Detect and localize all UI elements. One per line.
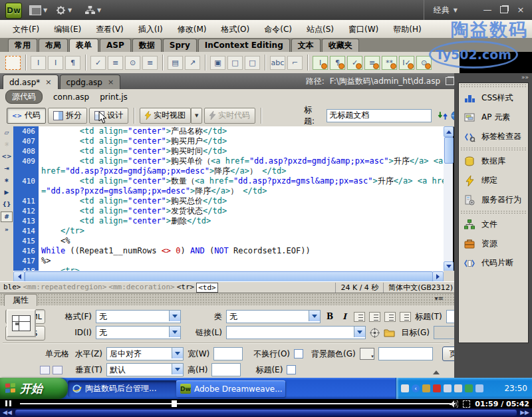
panel-ap-elements[interactable]: AP 元素 xyxy=(459,108,528,127)
insert-tab-收藏夹[interactable]: 收藏夹 xyxy=(322,39,359,52)
hide-icons-button[interactable]: ‹ xyxy=(412,384,420,392)
seek-bar[interactable] xyxy=(15,409,517,416)
file-management-icon[interactable] xyxy=(438,110,448,121)
bold-button[interactable]: B xyxy=(325,312,335,321)
rewind-icon[interactable]: ◀◀ xyxy=(0,408,15,417)
collapse-dock-button[interactable]: »» xyxy=(454,73,532,82)
close-tab-icon[interactable]: × xyxy=(45,78,51,86)
spry-password-icon[interactable]: ** xyxy=(382,56,397,70)
spry-select-icon[interactable]: ≡ xyxy=(364,56,380,70)
minimize-button[interactable]: — xyxy=(483,5,492,14)
design-button[interactable]: 设计 xyxy=(89,108,128,124)
keyboard-icon[interactable] xyxy=(401,384,409,392)
menu-帮助(H)[interactable]: 帮助(H) xyxy=(386,21,428,38)
split-cell-icon[interactable] xyxy=(53,366,63,374)
text-field-icon[interactable]: I xyxy=(31,56,46,70)
panel-databases[interactable]: 数据库 xyxy=(459,152,528,171)
insert-tab-Spry[interactable]: Spry xyxy=(163,39,197,52)
spry-text-field-icon[interactable]: I xyxy=(313,56,328,70)
vertical-scrollbar-thumb[interactable] xyxy=(444,137,454,164)
spry-checkbox-icon[interactable]: ✓ xyxy=(347,56,362,70)
header-checkbox[interactable] xyxy=(287,365,296,374)
vertical-align-select[interactable]: 默认 xyxy=(106,363,184,376)
media-player-icon[interactable] xyxy=(465,384,473,392)
site-button[interactable]: ▼ xyxy=(85,4,101,16)
live-view-button[interactable]: 实时视图 xyxy=(140,108,191,124)
ordered-list-icon[interactable] xyxy=(369,312,380,322)
folder-icon[interactable] xyxy=(384,328,395,337)
merge-cells-icon[interactable] xyxy=(40,366,50,374)
extend-button[interactable]: ▼ xyxy=(56,4,72,16)
file-field-icon[interactable]: □ xyxy=(227,56,243,70)
layout-switcher-button[interactable]: ▼ xyxy=(29,4,47,16)
bg-color-input[interactable] xyxy=(378,347,433,360)
menu-格式(O)[interactable]: 格式(O) xyxy=(213,21,257,38)
panel-snippets[interactable]: 代码片断 xyxy=(459,253,528,273)
related-file-源代码[interactable]: 源代码 xyxy=(5,90,43,104)
code-editor[interactable]: <td align="center">产品名称</td> <td align="… xyxy=(41,126,444,271)
menu-查看(V)[interactable]: 查看(V) xyxy=(88,21,131,38)
radio-button-icon[interactable]: ⊙ xyxy=(125,56,140,70)
list-menu-icon[interactable]: ▤ xyxy=(168,56,183,70)
forward-icon[interactable]: ▶▶ xyxy=(517,408,532,417)
line-numbers-icon[interactable]: # xyxy=(1,211,13,222)
nowrap-checkbox[interactable] xyxy=(294,349,303,358)
expand-all-icon[interactable]: ∗ xyxy=(1,176,12,185)
point-to-file-icon[interactable] xyxy=(370,328,380,338)
image-field-icon[interactable]: ▣ xyxy=(210,56,225,70)
document-title-input[interactable] xyxy=(327,109,432,122)
panel-menu-icon[interactable]: ▾≡ xyxy=(435,295,444,302)
panel-group-gripper[interactable] xyxy=(460,147,527,151)
menu-修改(M)[interactable]: 修改(M) xyxy=(170,21,214,38)
tag-selector-item[interactable]: <td> xyxy=(196,283,218,293)
menu-命令(C)[interactable]: 命令(C) xyxy=(257,21,299,38)
panel-tag-inspector[interactable]: 标签检查器 xyxy=(459,127,528,146)
collapse-panel-icon[interactable] xyxy=(433,367,440,374)
insert-tab-文本[interactable]: 文本 xyxy=(291,39,321,52)
select-parent-tag-icon[interactable]: ▶ xyxy=(1,188,12,197)
pause-button[interactable] xyxy=(5,400,11,406)
spry-confirm-icon[interactable]: I✓ xyxy=(399,56,414,70)
width-input[interactable] xyxy=(213,347,243,360)
hidden-field-icon[interactable]: I xyxy=(48,56,63,70)
key-icon[interactable] xyxy=(422,384,430,392)
taskbar-task-2[interactable]: DwAdobe Dreamweave... xyxy=(176,380,285,397)
workspace-switcher[interactable]: 经典 ▼ xyxy=(424,0,458,20)
properties-tab[interactable]: 属性 xyxy=(4,294,37,306)
live-view-dropdown[interactable]: ▼ xyxy=(191,108,202,124)
height-input[interactable] xyxy=(211,363,241,376)
unordered-list-icon[interactable] xyxy=(354,312,365,322)
related-file-print.js[interactable]: print.js xyxy=(100,92,128,102)
panel-files[interactable]: 文件 xyxy=(459,215,528,234)
insert-tab-InContext Editing[interactable]: InContext Editing xyxy=(198,39,290,52)
indent-icon[interactable] xyxy=(400,312,411,322)
class-select[interactable]: 无 xyxy=(226,310,321,323)
window-icon[interactable] xyxy=(475,384,483,392)
insert-tab-布局[interactable]: 布局 xyxy=(39,39,68,52)
textarea-icon[interactable]: ¶ xyxy=(65,56,80,70)
insert-tab-数据[interactable]: 数据 xyxy=(132,39,162,52)
spry-radio-group-icon[interactable]: ⊙ xyxy=(416,56,432,70)
code-button[interactable]: <>代码 xyxy=(7,108,46,124)
tag-selector-item[interactable]: ble> xyxy=(3,283,21,293)
insert-tab-常用[interactable]: 常用 xyxy=(8,39,37,52)
document-tab-dd.asp*[interactable]: dd.asp*× xyxy=(3,74,59,89)
volume-icon[interactable] xyxy=(450,400,458,408)
taskbar-task-1[interactable]: 陶益数码后台管理... xyxy=(68,380,177,397)
checkbox-group-icon[interactable]: ≡ xyxy=(108,56,123,70)
panel-group-gripper[interactable] xyxy=(460,84,527,88)
form-icon[interactable] xyxy=(5,56,21,70)
panel-css-styles[interactable]: CSS样式 xyxy=(459,88,528,108)
tag-selector-item[interactable]: <mm:decoration> xyxy=(108,283,174,293)
close-button[interactable]: × xyxy=(516,5,525,14)
horizontal-scrollbar-thumb[interactable] xyxy=(25,271,433,282)
restore-document-icon[interactable] xyxy=(446,77,454,85)
related-file-conn.asp[interactable]: conn.asp xyxy=(53,92,89,102)
volume-icon[interactable] xyxy=(454,384,462,392)
spry-textarea-icon[interactable]: ¶ xyxy=(330,56,345,70)
more-icon[interactable]: » xyxy=(1,225,12,234)
open-documents-icon[interactable]: ▱ xyxy=(1,128,12,137)
collapse-selection-icon[interactable]: ⇥ xyxy=(1,164,12,173)
security-shield-icon[interactable] xyxy=(433,384,441,392)
collapse-full-tag-icon[interactable]: <> xyxy=(1,152,12,161)
